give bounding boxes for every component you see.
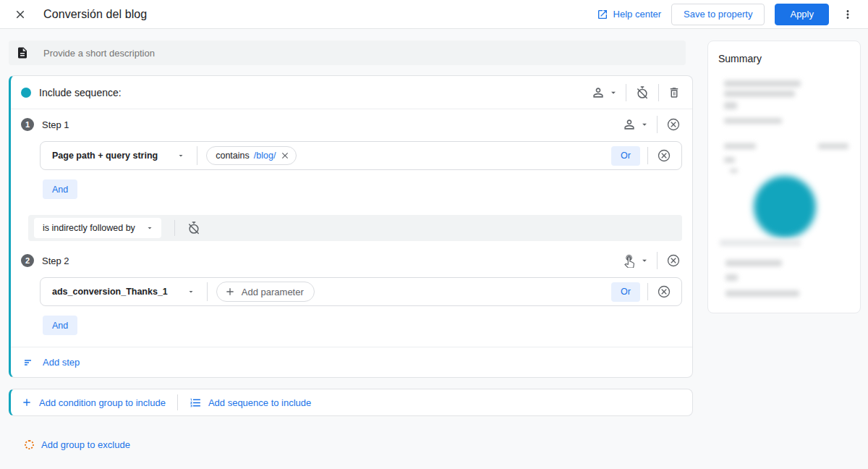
step1-header: 1 Step 1 (11, 109, 692, 140)
list-numbered-icon (190, 397, 202, 409)
divider (657, 252, 658, 269)
add-parameter-button[interactable]: Add parameter (216, 282, 315, 302)
step2-or-button[interactable]: Or (611, 282, 640, 302)
summary-chart-blurred (754, 176, 816, 238)
summary-panel: Summary (707, 41, 861, 313)
add-step-label: Add step (43, 357, 80, 368)
trash-icon[interactable] (666, 85, 682, 101)
touch-scope-icon (622, 253, 637, 268)
step2-scoping-selector[interactable] (622, 253, 650, 268)
add-parameter-label: Add parameter (242, 287, 304, 297)
blurred-text-placeholder (724, 143, 756, 149)
step2-condition-row: ads_conversion_Thanks_1 Add parameter Or (40, 277, 682, 306)
remove-step2-condition-icon[interactable] (655, 283, 673, 300)
caret-down-icon (187, 287, 195, 296)
step1-filter-chip[interactable]: contains /blog/ (206, 146, 297, 165)
blurred-text-placeholder (726, 274, 738, 281)
more-vert-icon[interactable] (839, 6, 856, 23)
divider (647, 147, 648, 164)
document-icon (16, 46, 29, 59)
blurred-text-placeholder (724, 118, 782, 124)
blurred-text-placeholder (726, 260, 782, 266)
person-scope-icon (622, 117, 637, 132)
divider (647, 283, 648, 300)
timer-off-icon[interactable] (634, 84, 651, 101)
page-title: Conversión del blog (43, 8, 147, 21)
help-center-label: Help center (613, 9, 661, 20)
step1-field-dropdown[interactable]: Page path + query string (49, 151, 188, 161)
summary-title: Summary (718, 53, 850, 64)
step2-label: Step 2 (42, 255, 69, 266)
description-input[interactable] (43, 48, 477, 59)
chip-value: /blog/ (254, 151, 276, 161)
chip-operator: contains (216, 151, 250, 161)
divider (626, 84, 626, 101)
help-center-link[interactable]: Help center (597, 9, 661, 20)
remove-step1-condition-icon[interactable] (655, 147, 673, 164)
caret-down-icon (608, 88, 618, 98)
dashed-circle-exclude-icon (25, 440, 34, 449)
divider (174, 220, 175, 236)
step2-field-dropdown[interactable]: ads_conversion_Thanks_1 (49, 287, 198, 297)
step1-scoping-selector[interactable] (622, 117, 650, 132)
sequence-title: Include sequence: (39, 87, 122, 98)
blurred-text-placeholder (720, 240, 801, 246)
close-icon[interactable] (12, 6, 29, 23)
include-sequence-card: Include sequence: (9, 75, 693, 378)
step1-field-name: Page path + query string (52, 151, 158, 161)
step1-label: Step 1 (42, 119, 69, 130)
blurred-text-placeholder (818, 143, 848, 149)
description-bar[interactable] (9, 41, 686, 65)
sequence-header: Include sequence: (11, 76, 692, 109)
sequence-scoping-selector[interactable] (591, 85, 618, 100)
topbar: Conversión del blog Help center Save to … (0, 0, 868, 29)
step1-and-button[interactable]: And (43, 179, 77, 199)
sequence-connector-bar: is indirectly followed by (28, 215, 682, 241)
save-to-property-button[interactable]: Save to property (671, 4, 765, 25)
blurred-text-placeholder (724, 102, 737, 109)
plus-icon (21, 397, 33, 408)
caret-down-icon (639, 255, 650, 266)
add-step-button[interactable]: Add step (11, 347, 692, 377)
blurred-text-placeholder (724, 157, 735, 163)
step1-number-badge: 1 (21, 118, 34, 131)
plus-icon (224, 286, 236, 297)
apply-button[interactable]: Apply (775, 4, 829, 25)
add-sequence-label: Add sequence to include (208, 397, 311, 408)
add-condition-group-button[interactable]: Add condition group to include (21, 397, 166, 408)
caret-down-icon (145, 224, 154, 232)
caret-down-icon (176, 151, 185, 160)
timer-off-icon[interactable] (185, 219, 203, 237)
connector-dropdown[interactable]: is indirectly followed by (34, 218, 161, 238)
connector-label: is indirectly followed by (43, 223, 135, 233)
blurred-text-placeholder (726, 290, 799, 297)
add-group-to-exclude-button[interactable]: Add group to exclude (9, 432, 693, 450)
step1-or-button[interactable]: Or (611, 146, 640, 166)
filter-list-icon (22, 356, 35, 369)
remove-step2-icon[interactable] (665, 252, 682, 269)
step1-condition-row: Page path + query string contains /blog/… (40, 141, 682, 170)
divider (207, 282, 208, 301)
blurred-text-placeholder (724, 80, 801, 87)
remove-step1-icon[interactable] (665, 116, 682, 133)
blurred-text-placeholder (730, 169, 738, 173)
step2-header: 2 Step 2 (11, 245, 692, 276)
person-scope-icon (591, 85, 605, 100)
step2-number-badge: 2 (21, 254, 34, 267)
chip-remove-icon[interactable] (280, 151, 290, 161)
divider (197, 146, 197, 165)
caret-down-icon (639, 119, 650, 130)
blurred-text-placeholder (724, 90, 795, 97)
add-condition-group-label: Add condition group to include (39, 397, 166, 408)
include-indicator-dot (21, 88, 31, 98)
open-in-new-icon (597, 9, 608, 20)
divider (177, 394, 178, 410)
step2-field-name: ads_conversion_Thanks_1 (52, 287, 168, 297)
divider (657, 116, 658, 133)
add-include-card: Add condition group to include Add seque… (9, 389, 693, 416)
divider (658, 84, 659, 101)
add-group-exclude-label: Add group to exclude (41, 439, 130, 450)
add-sequence-button[interactable]: Add sequence to include (190, 397, 311, 409)
step2-and-button[interactable]: And (43, 316, 77, 335)
